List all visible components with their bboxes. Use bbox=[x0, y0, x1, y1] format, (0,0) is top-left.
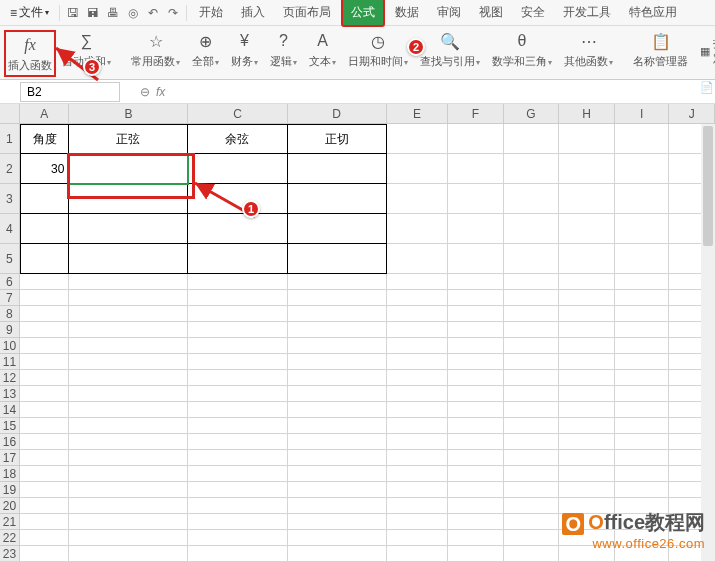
cell-I11[interactable] bbox=[615, 354, 670, 370]
cell-I8[interactable] bbox=[615, 306, 670, 322]
cell-G2[interactable] bbox=[504, 154, 560, 184]
cell-F15[interactable] bbox=[448, 418, 504, 434]
cell-I16[interactable] bbox=[615, 434, 670, 450]
other-func-button[interactable]: ⋯ 其他函数▾ bbox=[558, 30, 619, 69]
row-header-23[interactable]: 23 bbox=[0, 546, 20, 561]
cell-E11[interactable] bbox=[387, 354, 449, 370]
cell-C9[interactable] bbox=[188, 322, 287, 338]
cell-F14[interactable] bbox=[448, 402, 504, 418]
math-button[interactable]: θ 数学和三角▾ bbox=[486, 30, 558, 69]
cell-D20[interactable] bbox=[288, 498, 387, 514]
col-header-E[interactable]: E bbox=[387, 104, 448, 124]
cell-H8[interactable] bbox=[559, 306, 615, 322]
cell-F6[interactable] bbox=[448, 274, 504, 290]
cell-E3[interactable] bbox=[387, 184, 449, 214]
undo-icon[interactable]: ↶ bbox=[144, 4, 162, 22]
tab-layout[interactable]: 页面布局 bbox=[275, 0, 339, 25]
cell-B6[interactable] bbox=[69, 274, 188, 290]
cell-E23[interactable] bbox=[387, 546, 449, 561]
cell-C16[interactable] bbox=[188, 434, 287, 450]
cell-H19[interactable] bbox=[559, 482, 615, 498]
cell-C3[interactable] bbox=[188, 184, 287, 214]
cell-A2[interactable]: 30 bbox=[20, 154, 70, 184]
cell-E22[interactable] bbox=[387, 530, 449, 546]
cell-D10[interactable] bbox=[288, 338, 387, 354]
cell-C1[interactable]: 余弦 bbox=[188, 124, 287, 154]
tab-security[interactable]: 安全 bbox=[513, 0, 553, 25]
fx-bar-icon[interactable]: fx bbox=[156, 85, 165, 99]
cell-B7[interactable] bbox=[69, 290, 188, 306]
cell-B14[interactable] bbox=[69, 402, 188, 418]
cell-C23[interactable] bbox=[188, 546, 287, 561]
cell-C18[interactable] bbox=[188, 466, 287, 482]
cell-G17[interactable] bbox=[504, 450, 560, 466]
cell-C7[interactable] bbox=[188, 290, 287, 306]
cell-C4[interactable] bbox=[188, 214, 287, 244]
cell-D19[interactable] bbox=[288, 482, 387, 498]
cell-G7[interactable] bbox=[504, 290, 560, 306]
cell-B23[interactable] bbox=[69, 546, 188, 561]
datetime-button[interactable]: ◷ 日期和时间▾ bbox=[342, 30, 414, 69]
save-as-icon[interactable]: 🖬 bbox=[84, 4, 102, 22]
cell-G18[interactable] bbox=[504, 466, 560, 482]
cell-B21[interactable] bbox=[69, 514, 188, 530]
cell-E7[interactable] bbox=[387, 290, 449, 306]
cell-H17[interactable] bbox=[559, 450, 615, 466]
cell-E5[interactable] bbox=[387, 244, 449, 274]
cell-D13[interactable] bbox=[288, 386, 387, 402]
cell-H16[interactable] bbox=[559, 434, 615, 450]
cell-D14[interactable] bbox=[288, 402, 387, 418]
cell-E6[interactable] bbox=[387, 274, 449, 290]
file-menu[interactable]: ≡ 文件 ▾ bbox=[4, 2, 55, 23]
cell-C12[interactable] bbox=[188, 370, 287, 386]
cell-F11[interactable] bbox=[448, 354, 504, 370]
cell-H18[interactable] bbox=[559, 466, 615, 482]
cell-C5[interactable] bbox=[188, 244, 287, 274]
row-header-21[interactable]: 21 bbox=[0, 514, 20, 530]
cell-G1[interactable] bbox=[504, 124, 560, 154]
cell-G5[interactable] bbox=[504, 244, 560, 274]
cell-G21[interactable] bbox=[504, 514, 560, 530]
cell-I14[interactable] bbox=[615, 402, 670, 418]
cell-B11[interactable] bbox=[69, 354, 188, 370]
cell-G4[interactable] bbox=[504, 214, 560, 244]
cell-G11[interactable] bbox=[504, 354, 560, 370]
cell-H10[interactable] bbox=[559, 338, 615, 354]
cell-F1[interactable] bbox=[448, 124, 504, 154]
cell-I18[interactable] bbox=[615, 466, 670, 482]
tab-insert[interactable]: 插入 bbox=[233, 0, 273, 25]
cell-A13[interactable] bbox=[20, 386, 70, 402]
col-header-G[interactable]: G bbox=[504, 104, 560, 124]
cell-A22[interactable] bbox=[20, 530, 70, 546]
cell-G3[interactable] bbox=[504, 184, 560, 214]
cell-A3[interactable] bbox=[20, 184, 70, 214]
cell-F10[interactable] bbox=[448, 338, 504, 354]
cell-D1[interactable]: 正切 bbox=[288, 124, 387, 154]
cell-A7[interactable] bbox=[20, 290, 70, 306]
col-header-A[interactable]: A bbox=[20, 104, 70, 124]
cell-G9[interactable] bbox=[504, 322, 560, 338]
cell-F16[interactable] bbox=[448, 434, 504, 450]
cell-H11[interactable] bbox=[559, 354, 615, 370]
cell-H4[interactable] bbox=[559, 214, 615, 244]
cell-I2[interactable] bbox=[615, 154, 670, 184]
cell-I3[interactable] bbox=[615, 184, 670, 214]
cell-A6[interactable] bbox=[20, 274, 70, 290]
cell-F23[interactable] bbox=[448, 546, 504, 561]
cell-B9[interactable] bbox=[69, 322, 188, 338]
row-header-19[interactable]: 19 bbox=[0, 482, 20, 498]
cell-B20[interactable] bbox=[69, 498, 188, 514]
cell-B4[interactable] bbox=[69, 214, 188, 244]
cell-C17[interactable] bbox=[188, 450, 287, 466]
print-icon[interactable]: 🖶 bbox=[104, 4, 122, 22]
cancel-icon[interactable]: ⊖ bbox=[140, 85, 150, 99]
cell-B10[interactable] bbox=[69, 338, 188, 354]
cell-I5[interactable] bbox=[615, 244, 670, 274]
cell-D15[interactable] bbox=[288, 418, 387, 434]
row-header-9[interactable]: 9 bbox=[0, 322, 20, 338]
cell-H7[interactable] bbox=[559, 290, 615, 306]
cell-C8[interactable] bbox=[188, 306, 287, 322]
cell-G6[interactable] bbox=[504, 274, 560, 290]
tab-data[interactable]: 数据 bbox=[387, 0, 427, 25]
cell-F3[interactable] bbox=[448, 184, 504, 214]
